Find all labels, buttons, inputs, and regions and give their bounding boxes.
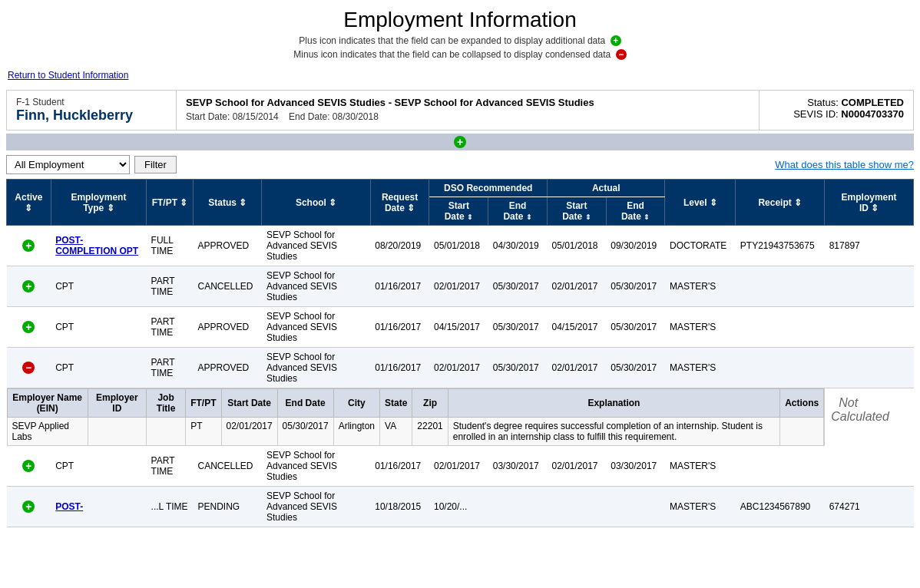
ftpt-cell: PART TIME (147, 348, 194, 388)
actual-start-cell (547, 487, 606, 527)
level-cell: MASTER'S (665, 266, 736, 307)
employment-type-text: CPT (55, 281, 74, 292)
employment-type-link[interactable]: POST-COMPLETION OPT (55, 235, 138, 256)
receipt-cell: ABC1234567890 (736, 487, 825, 527)
end-date-value: 08/30/2018 (333, 111, 379, 122)
employment-type-text: CPT (55, 322, 74, 332)
th-status[interactable]: Status ⇕ (193, 180, 262, 226)
plus-icon[interactable]: + (22, 460, 35, 472)
th-request-date[interactable]: RequestDate ⇕ (370, 180, 429, 226)
employment-id-cell: 817897 (825, 226, 914, 266)
student-name: Finn, Huckleberry (16, 107, 167, 124)
dso-end-cell: 05/30/2017 (488, 266, 548, 307)
active-icon-cell: + (7, 307, 51, 348)
th-dso-start[interactable]: StartDate ⇕ (429, 197, 488, 226)
sub-explanation: Student's degree requires successful com… (448, 418, 779, 446)
th-level[interactable]: Level ⇕ (665, 180, 736, 226)
actual-start-cell: 02/01/2017 (547, 266, 606, 307)
student-type: F-1 Student (16, 97, 167, 107)
th-active[interactable]: Active ⇕ (7, 180, 51, 226)
sub-th-end-date: End Date (277, 389, 333, 418)
employment-id-cell (825, 266, 914, 307)
status-value: COMPLETED (841, 97, 904, 108)
school-cell: SEVP School for Advanced SEVIS Studies (262, 487, 370, 527)
dso-end-cell: 03/30/2017 (488, 446, 548, 487)
actual-end-cell: 05/30/2017 (606, 266, 665, 307)
plus-icon-inline: + (611, 35, 621, 46)
sub-table-row: Employer Name (EIN) Employer ID Job Titl… (7, 388, 914, 447)
th-employment-type[interactable]: EmploymentType ⇕ (51, 180, 146, 226)
actual-end-cell: 05/30/2017 (606, 307, 665, 348)
sub-state: VA (380, 418, 412, 446)
th-dso-end[interactable]: EndDate ⇕ (488, 197, 548, 226)
actual-end-cell: 03/30/2017 (606, 446, 665, 487)
sub-th-employer-id: Employer ID (88, 389, 146, 418)
th-receipt[interactable]: Receipt ⇕ (736, 180, 825, 226)
subtitle-minus: Minus icon indicates that the field can … (15, 49, 905, 60)
receipt-cell (736, 348, 825, 388)
active-icon-cell: − (7, 348, 51, 388)
school-cell: SEVP School for Advanced SEVIS Studies (262, 266, 370, 307)
what-does-this-show-link[interactable]: What does this table show me? (775, 159, 914, 170)
active-icon-cell: + (7, 266, 51, 307)
sub-employer-id (88, 418, 146, 446)
ftpt-cell: ...L TIME (147, 487, 194, 527)
not-calculated-text: Not Calculated (831, 388, 897, 431)
request-date-cell: 10/18/2015 (370, 487, 429, 527)
page-header: Employment Information Plus icon indicat… (0, 0, 920, 63)
active-icon-cell: + (7, 487, 51, 527)
actual-start-cell: 05/01/2018 (547, 226, 606, 266)
dso-start-cell: 10/20/... (429, 487, 488, 527)
ftpt-cell: PART TIME (147, 266, 194, 307)
sub-data-row: SEVP Applied Labs PT 02/01/2017 05/30/20… (7, 418, 824, 446)
employment-filter-select[interactable]: All Employment CPT OPT Post-Completion O… (6, 155, 130, 174)
actual-end-cell: 05/30/2017 (606, 348, 665, 388)
employment-type-cell: CPT (51, 307, 146, 348)
sub-ftpt: PT (186, 418, 221, 446)
th-school[interactable]: School ⇕ (262, 180, 370, 226)
plus-icon[interactable]: + (22, 280, 35, 292)
plus-icon[interactable]: + (22, 321, 35, 333)
employment-type-link[interactable]: POST- (55, 501, 83, 512)
expand-plus-icon[interactable]: + (454, 136, 466, 148)
level-cell: MASTER'S (665, 348, 736, 388)
sub-actions (780, 418, 824, 446)
expand-bar: + (6, 134, 914, 150)
employment-id-cell (825, 348, 914, 388)
request-date-cell: 08/20/2019 (370, 226, 429, 266)
sub-th-job-title: Job Title (146, 389, 185, 418)
return-to-student-link[interactable]: Return to Student Information (8, 70, 128, 81)
th-actual-start[interactable]: StartDate ⇕ (547, 197, 606, 226)
sub-th-actions: Actions (780, 389, 824, 418)
dso-end-cell (488, 487, 548, 527)
employment-id-cell (825, 307, 914, 348)
table-row: + POST-COMPLETION OPT FULL TIME APPROVED… (7, 226, 914, 266)
sub-th-zip: Zip (412, 389, 448, 418)
sevis-label: SEVIS ID: (793, 108, 839, 120)
table-row: + CPT PART TIME CANCELLED SEVP School fo… (7, 446, 914, 487)
return-link-container: Return to Student Information (0, 63, 920, 87)
plus-icon[interactable]: + (22, 239, 35, 252)
receipt-cell: PTY21943753675 (736, 226, 825, 266)
request-date-cell: 01/16/2017 (370, 307, 429, 348)
sub-employer-name: SEVP Applied Labs (7, 418, 88, 446)
th-ftpt[interactable]: FT/PT ⇕ (147, 180, 194, 226)
th-dso-group: DSO Recommended (429, 180, 548, 197)
student-status: Status: COMPLETED SEVIS ID: N0004703370 (759, 91, 913, 130)
table-row: − CPT PART TIME APPROVED SEVP School for… (7, 348, 914, 388)
filter-bar: All Employment CPT OPT Post-Completion O… (0, 150, 920, 179)
th-employment-id[interactable]: EmploymentID ⇕ (825, 180, 914, 226)
actual-end-cell (606, 487, 665, 527)
th-actual-group: Actual (547, 180, 665, 197)
school-name: SEVP School for Advanced SEVIS Studies -… (186, 97, 750, 108)
th-actual-end[interactable]: EndDate ⇕ (606, 197, 665, 226)
employment-type-cell: POST-COMPLETION OPT (51, 226, 146, 266)
level-cell: MASTER'S (665, 487, 736, 527)
sevis-value: N0004703370 (841, 108, 904, 120)
minus-icon[interactable]: − (22, 362, 35, 374)
request-date-cell: 01/16/2017 (370, 446, 429, 487)
active-icon-cell: + (7, 446, 51, 487)
actual-end-cell: 09/30/2019 (606, 226, 665, 266)
plus-icon[interactable]: + (22, 500, 35, 513)
filter-button[interactable]: Filter (134, 156, 177, 173)
